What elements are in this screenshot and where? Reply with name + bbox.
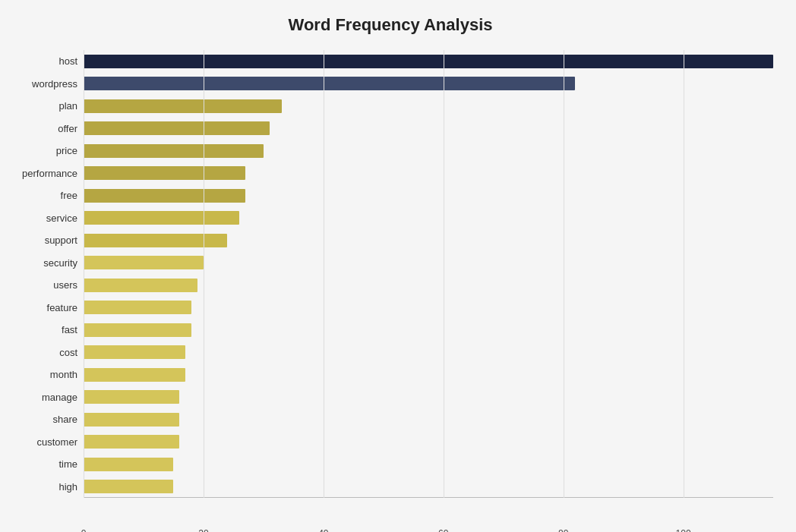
y-label: offer xyxy=(58,124,77,134)
bar xyxy=(84,144,264,158)
bar-row xyxy=(84,187,773,204)
y-label: performance xyxy=(22,168,77,178)
bar-row xyxy=(84,411,773,428)
bar xyxy=(84,99,282,113)
y-label: plan xyxy=(58,101,77,111)
y-label: free xyxy=(61,190,77,200)
bar-row xyxy=(84,322,773,338)
chart-title: Word Frequency Analysis xyxy=(8,15,773,35)
bar xyxy=(84,279,197,292)
bar-row xyxy=(84,277,773,294)
y-label: cost xyxy=(59,348,77,357)
bar xyxy=(84,55,773,68)
y-label: users xyxy=(53,280,77,290)
bar-row xyxy=(84,120,773,137)
grid-line xyxy=(444,50,444,498)
bar xyxy=(84,166,245,180)
bar xyxy=(84,301,191,314)
bar xyxy=(84,211,239,225)
bar-row xyxy=(84,232,773,249)
grid-line xyxy=(204,50,204,498)
y-label: service xyxy=(46,213,77,223)
x-tick-label: 100 xyxy=(676,528,691,532)
chart-container: Word Frequency Analysis hostwordpresspla… xyxy=(0,0,796,532)
bar-row xyxy=(84,209,773,226)
bar xyxy=(84,413,179,427)
bar-row xyxy=(84,389,773,405)
y-label: fast xyxy=(62,325,77,335)
grid-line xyxy=(84,50,84,498)
x-bottom-line xyxy=(84,497,773,498)
bar xyxy=(84,345,185,359)
x-tick-label: 40 xyxy=(318,528,328,532)
bar xyxy=(84,480,173,493)
x-tick-label: 80 xyxy=(558,528,568,532)
y-label: feature xyxy=(47,303,77,313)
bar xyxy=(84,121,270,135)
bar-row xyxy=(84,433,773,450)
y-label: wordpress xyxy=(32,79,77,89)
y-label: month xyxy=(50,370,77,379)
bar-row xyxy=(84,478,773,495)
bar-row xyxy=(84,299,773,316)
y-label: security xyxy=(43,258,77,268)
y-label: support xyxy=(45,235,77,245)
y-label: high xyxy=(58,482,77,492)
bar-row xyxy=(84,344,773,360)
x-tick-label: 20 xyxy=(198,528,208,532)
bar xyxy=(84,435,179,449)
bar xyxy=(84,77,575,90)
bar-row xyxy=(84,254,773,271)
grid-lines xyxy=(84,50,773,498)
bar xyxy=(84,458,173,471)
grid-line xyxy=(684,50,684,498)
grid-line xyxy=(324,50,324,498)
bar xyxy=(84,323,191,337)
x-tick-label: 0 xyxy=(81,528,87,532)
x-tick-label: 60 xyxy=(438,528,448,532)
y-axis-labels: hostwordpressplanofferpriceperformancefr… xyxy=(8,50,84,498)
bar-row xyxy=(84,98,773,115)
grid-line xyxy=(564,50,564,498)
bar xyxy=(84,390,179,404)
chart-area: hostwordpressplanofferpriceperformancefr… xyxy=(8,50,773,498)
bar xyxy=(84,368,185,382)
bar-row xyxy=(84,143,773,159)
y-label: share xyxy=(52,414,77,424)
y-label: time xyxy=(58,459,77,469)
bar-row xyxy=(84,75,773,92)
bar-row xyxy=(84,53,773,70)
bars-section: 020406080100 Frequency xyxy=(84,50,773,498)
y-label: manage xyxy=(42,392,77,402)
bar xyxy=(84,256,204,269)
y-label: customer xyxy=(37,437,77,447)
bar-row xyxy=(84,456,773,473)
bar-row xyxy=(84,367,773,383)
bar-row xyxy=(84,165,773,181)
bar xyxy=(84,234,227,247)
y-label: host xyxy=(58,56,77,66)
y-label: price xyxy=(56,146,77,156)
bar xyxy=(84,189,245,203)
